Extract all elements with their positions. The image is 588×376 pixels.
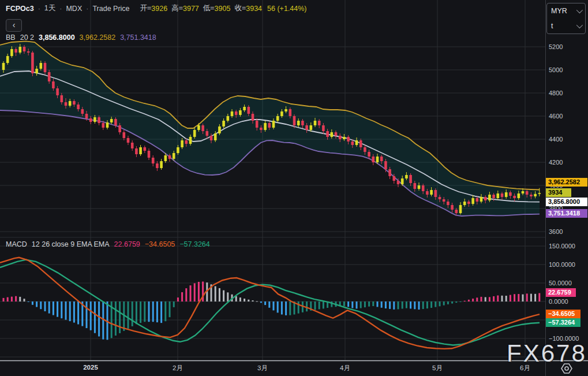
axis-price-badge: −34.6505	[546, 310, 580, 318]
currency-value: MYR	[551, 7, 567, 15]
separator-dot: ·	[59, 5, 62, 13]
axis-price-badge: 3,751.3418	[546, 209, 587, 218]
separator-dot: ·	[86, 5, 88, 13]
interval-label[interactable]: 1天	[44, 3, 55, 13]
axis-price-badge: 3,962.2582	[546, 178, 587, 187]
macd-label: MACD	[6, 240, 27, 248]
time-tick-label: 4月	[340, 364, 350, 373]
high-label: 高=	[171, 3, 183, 13]
currency-dropdown[interactable]: MYR	[547, 3, 585, 18]
time-tick-label: 3月	[257, 364, 268, 373]
macd-line-value: −34.6505	[145, 240, 175, 248]
macd-tick-label: 150.0000	[549, 242, 575, 250]
axis-unit-selector: MYR t	[546, 3, 586, 34]
macd-signal-value: −57.3264	[179, 240, 209, 248]
time-tick-label: 2月	[173, 364, 183, 373]
unit-value: t	[551, 22, 553, 30]
macd-tick-label: 0.0000	[549, 297, 568, 306]
bb-indicator-row[interactable]: BB 20 2 3,856.8000 3,962.2582 3,751.3418	[6, 33, 156, 42]
axis-price-badge: 3934	[546, 188, 571, 197]
bb-lower-value: 3,751.3418	[120, 33, 156, 42]
time-tick-label: 2025	[83, 364, 98, 371]
time-tick-label: 5月	[432, 364, 443, 373]
low-label: 低=	[203, 3, 215, 13]
price-tick-label: 4600	[549, 112, 563, 120]
bb-upper-value: 3,962.2582	[80, 33, 116, 42]
gear-icon[interactable]	[560, 363, 574, 374]
axis-price-badge: −57.3264	[546, 318, 580, 327]
bb-label: BB	[6, 33, 16, 42]
bb-mid-value: 3,856.8000	[39, 33, 75, 42]
macd-hist-layer	[3, 282, 541, 340]
exchange-label: MDX	[66, 5, 82, 13]
symbol-header: FCPOc3 · 1天 · MDX · Trade Price 开=3926 高…	[6, 3, 307, 13]
open-label: 开=	[140, 3, 152, 13]
trading-chart-window: FCPOc3 · 1天 · MDX · Trade Price 开=3926 高…	[0, 0, 588, 376]
price-tick-label: 5200	[549, 43, 563, 51]
back-button[interactable]: ‹	[6, 19, 22, 32]
macd-hist-value: 22.6759	[114, 240, 140, 248]
separator-dot: ·	[38, 5, 40, 13]
price-tick-label: 4800	[549, 89, 563, 97]
watermark: FX678	[507, 340, 587, 367]
open-value: 3926	[151, 5, 167, 13]
price-tick-label: 5000	[549, 66, 563, 74]
price-tick-label: 4400	[549, 135, 563, 143]
unit-dropdown[interactable]: t	[547, 18, 585, 33]
axis-price-badge: 22.6759	[546, 288, 576, 297]
axis-price-badge: 3,856.8000	[546, 198, 587, 206]
bb-params: 20 2	[20, 33, 34, 42]
chevron-down-icon	[576, 7, 583, 13]
price-tick-label: 3600	[549, 228, 563, 236]
bb-layer	[0, 41, 540, 216]
close-label: 收=	[234, 3, 246, 13]
symbol-name[interactable]: FCPOc3	[6, 5, 34, 13]
back-arrow-icon: ‹	[13, 20, 16, 29]
change-value: 56 (+1.44%)	[267, 5, 306, 13]
macd-indicator-row[interactable]: MACD 12 26 close 9 EMA EMA 22.6759 −34.6…	[6, 240, 210, 248]
chart-canvas[interactable]	[0, 0, 588, 376]
series-type-label: Trade Price	[92, 5, 129, 13]
chevron-down-icon	[576, 22, 583, 28]
low-value: 3905	[215, 5, 231, 13]
price-tick-label: 4200	[549, 158, 563, 166]
macd-tick-label: 100.0000	[549, 260, 575, 269]
macd-params: 12 26 close 9 EMA EMA	[32, 240, 110, 248]
close-value: 3934	[246, 5, 262, 13]
macd-tick-label: 50.0000	[549, 279, 572, 287]
high-value: 3977	[183, 5, 199, 13]
